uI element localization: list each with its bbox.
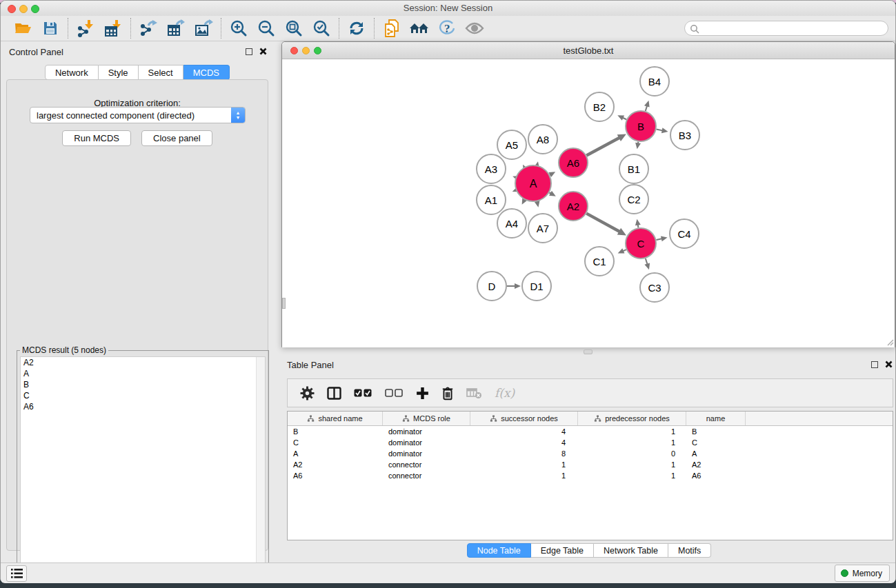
network-graph[interactable]: B4B2BB3A8A5A6A3B1AA1C2A2A4A7C4CC1DD1C3 <box>282 59 895 347</box>
resize-grip-icon[interactable] <box>885 337 894 346</box>
export-table-button[interactable] <box>162 17 190 39</box>
network-view-window: testGlobe.txt B4B2BB3A8A5A6A3B1AA1C2A2A4… <box>281 41 895 347</box>
edge-A6-B[interactable] <box>586 137 620 155</box>
graph-node-label-D1: D1 <box>530 281 543 292</box>
column-header-predecessor-nodes[interactable]: predecessor nodes <box>578 412 686 425</box>
graph-node-label-A8: A8 <box>537 134 549 145</box>
network-window-title: testGlobe.txt <box>282 42 895 59</box>
table-cell: 0 <box>578 448 686 459</box>
zoom-window-button[interactable] <box>31 5 39 13</box>
control-panel-tabs: NetworkStyleSelectMCDS <box>3 65 271 80</box>
unselect-all-icon[interactable] <box>385 389 404 398</box>
zoom-network-window-button[interactable] <box>314 47 321 54</box>
open-session-button[interactable] <box>9 17 37 39</box>
tab-edge-table[interactable]: Edge Table <box>531 543 594 558</box>
optimization-criterion-select[interactable]: largest connected component (directed) ▲… <box>30 107 246 123</box>
float-panel-icon[interactable] <box>246 48 252 55</box>
tab-style[interactable]: Style <box>99 65 139 80</box>
close-panel-icon[interactable] <box>259 48 267 55</box>
tab-select[interactable]: Select <box>139 65 183 80</box>
select-all-icon[interactable] <box>354 389 372 398</box>
tab-mcds[interactable]: MCDS <box>183 65 230 80</box>
column-type-icon <box>307 415 315 423</box>
search-input[interactable] <box>701 22 882 34</box>
save-floppy-icon <box>42 20 59 37</box>
control-panel-header: Control Panel <box>3 45 271 60</box>
tab-node-table[interactable]: Node Table <box>467 543 531 558</box>
column-header-shared-name[interactable]: shared name <box>288 412 383 425</box>
result-list-item[interactable]: A6 <box>21 401 265 412</box>
delete-column-icon[interactable] <box>441 386 454 401</box>
graph-node-label-A: A <box>530 178 537 190</box>
table-row[interactable]: Bdominator41B <box>288 426 893 437</box>
result-list-item[interactable]: A2 <box>21 357 265 368</box>
graph-node-label-A5: A5 <box>506 139 518 151</box>
minimize-window-button[interactable] <box>19 5 28 13</box>
zoom-in-button[interactable] <box>225 17 252 39</box>
tab-motifs[interactable]: Motifs <box>668 543 711 558</box>
column-header-MCDS-role[interactable]: MCDS role <box>383 412 470 425</box>
table-row[interactable]: Adominator80A <box>288 448 893 459</box>
column-header-label: predecessor nodes <box>605 414 670 423</box>
table-row[interactable]: A2connector11A2 <box>288 459 893 470</box>
cybrowser-home-button[interactable] <box>406 17 433 39</box>
table-panel-header: Table Panel <box>281 358 896 373</box>
graph-node-label-C4: C4 <box>677 228 690 240</box>
show-hide-details-button[interactable] <box>461 17 488 39</box>
show-column-icon[interactable] <box>327 387 341 400</box>
table-row[interactable]: Cdominator41C <box>288 437 893 448</box>
import-table-button[interactable] <box>99 17 127 39</box>
eye-icon <box>465 21 484 35</box>
result-scrollbar[interactable] <box>256 357 265 578</box>
export-image-button[interactable] <box>190 17 217 39</box>
minimize-network-window-button[interactable] <box>302 47 310 54</box>
close-table-panel-icon[interactable] <box>885 361 893 368</box>
network-canvas[interactable]: B4B2BB3A8A5A6A3B1AA1C2A2A4A7C4CC1DD1C3 <box>282 59 895 347</box>
column-header-label: successor nodes <box>501 414 558 423</box>
export-network-button[interactable] <box>135 17 162 39</box>
zoom-out-button[interactable] <box>252 17 280 39</box>
table-cell: 1 <box>470 470 578 481</box>
show-panels-button[interactable] <box>6 565 27 582</box>
toolbar-separator <box>68 18 68 39</box>
close-panel-button[interactable]: Close panel <box>141 130 212 146</box>
toolbar-separator <box>130 18 131 39</box>
graph-node-label-B3: B3 <box>679 130 691 141</box>
splitter-handle[interactable] <box>584 349 593 354</box>
save-session-button[interactable] <box>37 17 64 39</box>
table-row[interactable]: A6connector11A6 <box>288 470 893 481</box>
new-network-from-selection-button[interactable] <box>378 17 406 39</box>
graph-node-label-A2: A2 <box>567 201 579 212</box>
table-options-gear-icon[interactable] <box>300 386 315 401</box>
refresh-button[interactable] <box>343 17 370 39</box>
column-header-name[interactable]: name <box>686 412 746 425</box>
graph-node-label-A7: A7 <box>537 223 549 234</box>
mcds-result-list[interactable]: A2ABCA6 <box>20 356 266 578</box>
tab-network-table[interactable]: Network Table <box>594 543 668 558</box>
edge-A2-C[interactable] <box>586 214 620 232</box>
add-column-icon[interactable] <box>416 387 429 400</box>
table-cell: 1 <box>470 459 578 470</box>
run-mcds-button[interactable]: Run MCDS <box>62 130 131 146</box>
result-list-item[interactable]: C <box>21 390 265 401</box>
close-window-button[interactable] <box>8 5 16 13</box>
close-network-window-button[interactable] <box>290 47 298 54</box>
result-list-item[interactable]: B <box>21 379 265 390</box>
zoom-fit-button[interactable] <box>280 17 308 39</box>
toolbar-separator <box>339 18 339 39</box>
help-button[interactable]: ? <box>433 17 461 39</box>
main-window: Session: New Session <box>0 0 896 582</box>
control-panel: Control Panel NetworkStyleSelectMCDS Opt… <box>3 43 271 559</box>
zoom-selected-button[interactable] <box>308 17 335 39</box>
column-header-successor-nodes[interactable]: successor nodes <box>470 412 578 425</box>
column-header-empty <box>746 412 893 425</box>
tab-network[interactable]: Network <box>45 65 99 80</box>
import-network-button[interactable] <box>72 17 99 39</box>
table-toolbar: f(x) <box>287 378 893 407</box>
toolbar-separator <box>374 18 375 39</box>
result-list-item[interactable]: A <box>21 368 265 379</box>
float-table-panel-icon[interactable] <box>871 361 878 368</box>
memory-button[interactable]: Memory <box>835 565 890 582</box>
panel-collapse-handle[interactable] <box>282 298 286 309</box>
column-type-icon <box>490 415 497 423</box>
